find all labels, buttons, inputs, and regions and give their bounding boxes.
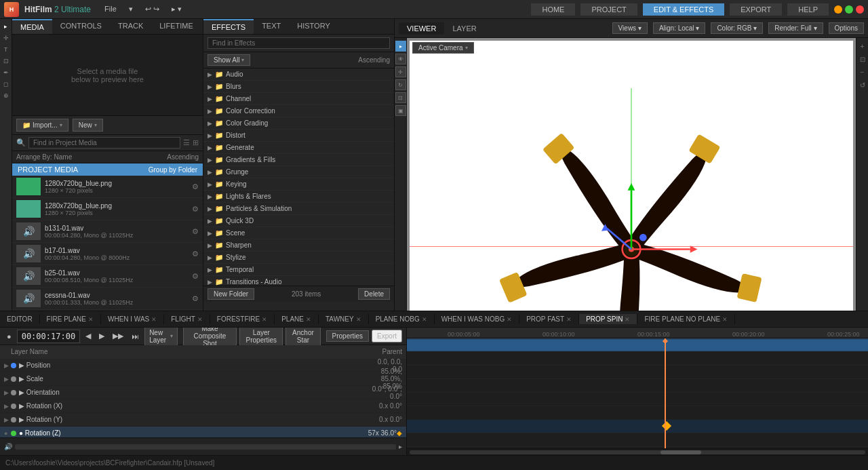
timeline-tab-tawney[interactable]: TAWNEY ✕	[319, 314, 369, 324]
sort-label[interactable]: Ascending	[167, 153, 199, 161]
view-toggle-2[interactable]: ⊞	[193, 138, 199, 147]
options-control[interactable]: Options	[829, 22, 864, 34]
viewer-tool-mask[interactable]: ▣	[395, 105, 406, 116]
effect-category-scene[interactable]: ▶ 📁 Scene	[203, 227, 394, 239]
effect-category-grunge[interactable]: ▶ 📁 Grunge	[203, 166, 394, 178]
effect-category-temporal[interactable]: ▶ 📁 Temporal	[203, 264, 394, 276]
effect-category-stylize[interactable]: ▶ 📁 Stylize	[203, 252, 394, 264]
nav-edit-effects[interactable]: EDIT & EFFECTS	[643, 3, 724, 16]
viewer-tool-pointer[interactable]: ▸	[395, 41, 406, 52]
list-item[interactable]: 🔊 b25-01.wav 00:00:08.510, Mono @ 11025H…	[12, 265, 203, 288]
media-item-gear-5[interactable]: ⚙	[192, 294, 199, 303]
timeline-tab-prop-fast[interactable]: PROP FAST ✕	[519, 314, 579, 324]
views-control[interactable]: Views ▾	[612, 22, 648, 34]
media-item-gear-0[interactable]: ⚙	[192, 182, 199, 191]
zoom-tool[interactable]: ⊕	[1, 91, 12, 100]
nav-project[interactable]: PROJECT	[580, 3, 637, 16]
layer-row-rotation-y[interactable]: ▶ ▶ Rotation (Y) 0.x 0.0°	[0, 413, 406, 427]
list-item[interactable]: 🔊 b17-01.wav 00:00:04.280, Mono @ 8000Hz…	[12, 243, 203, 265]
effect-category-distort[interactable]: ▶ 📁 Distort	[203, 130, 394, 142]
layer-row-rotation-x[interactable]: ▶ ▶ Rotation (X) 0.x 0.0°	[0, 399, 406, 413]
effect-category-lights[interactable]: ▶ 📁 Lights & Flares	[203, 191, 394, 203]
timeline-tab-prop-spin[interactable]: PROP SPIN ✕	[579, 314, 637, 324]
layer-properties-btn[interactable]: Layer Properties	[239, 328, 283, 346]
nav-home[interactable]: HOME	[531, 3, 575, 16]
nav-help[interactable]: HELP	[787, 3, 829, 16]
tab-history[interactable]: HISTORY	[289, 19, 338, 34]
media-item-gear-1[interactable]: ⚙	[192, 205, 199, 214]
menu-file[interactable]: File	[99, 3, 122, 15]
select-tool[interactable]: ▸	[1, 22, 12, 31]
audio-expand[interactable]: ▸	[399, 443, 402, 450]
timeline-hscroll[interactable]	[407, 448, 868, 455]
color-control[interactable]: Color: RGB ▾	[711, 22, 763, 34]
align-control[interactable]: Align: Local ▾	[653, 22, 705, 34]
zoom-out-btn[interactable]: −	[861, 66, 865, 77]
effect-category-channel[interactable]: ▶ 📁 Channel	[203, 93, 394, 105]
effect-category-trans-audio[interactable]: ▶ 📁 Transitions - Audio	[203, 276, 394, 286]
layer-row-rotation-z[interactable]: ● ● Rotation (Z) 57x 36.0° ◆	[0, 427, 406, 437]
reset-view-btn[interactable]: ↺	[860, 79, 865, 90]
new-folder-effects-button[interactable]: New Folder	[208, 288, 254, 300]
tl-end-btn[interactable]: ⏭	[129, 331, 142, 342]
zoom-fit-btn[interactable]: ⊡	[860, 54, 865, 64]
audio-toggle[interactable]: 🔊	[4, 443, 12, 450]
effect-category-gradients[interactable]: ▶ 📁 Gradients & Fills	[203, 154, 394, 166]
text-tool[interactable]: T	[1, 45, 12, 54]
move-tool[interactable]: ✛	[1, 33, 12, 43]
tab-viewer[interactable]: VIEWER	[399, 22, 444, 35]
tab-controls[interactable]: CONTROLS	[52, 19, 110, 34]
list-item[interactable]: 🔊 cessna-01.wav 00:00:01.333, Mono @ 110…	[12, 288, 203, 310]
timeline-tab-fire-plane[interactable]: FIRE PLANE ✕	[40, 314, 101, 324]
list-item[interactable]: 1280x720bg_blue.png 1280 × 720 pixels ⚙	[12, 198, 203, 220]
crop-tool[interactable]: ⊡	[1, 56, 12, 66]
viewer-tool-camera[interactable]: 👁	[395, 54, 406, 64]
timeline-tab-plane[interactable]: PLANE ✕	[275, 314, 319, 324]
layer-row-position[interactable]: ▶ ▶ Position 0.0, 0.0, 0.0	[0, 359, 406, 372]
effect-category-keying[interactable]: ▶ 📁 Keying	[203, 178, 394, 191]
effects-sort-label[interactable]: Ascending	[358, 56, 390, 64]
layer-row-scale[interactable]: ▶ ▶ Scale 85.0%, 85.0%, 85.0%	[0, 372, 406, 386]
new-layer-dropdown[interactable]: New Layer ▾	[144, 328, 177, 346]
media-item-gear-4[interactable]: ⚙	[192, 272, 199, 281]
nav-export[interactable]: EXPORT	[730, 3, 782, 16]
toolbar-extra[interactable]: ▸ ▾	[166, 3, 187, 15]
effect-category-particles[interactable]: ▶ 📁 Particles & Simulation	[203, 203, 394, 215]
tab-text[interactable]: TEXT	[254, 19, 289, 34]
media-item-gear-3[interactable]: ⚙	[192, 250, 199, 258]
window-minimize[interactable]	[834, 5, 842, 14]
render-control[interactable]: Render: Full ▾	[768, 22, 823, 34]
effect-category-color-grading[interactable]: ▶ 📁 Color Grading	[203, 117, 394, 130]
show-all-button[interactable]: Show All ▾	[208, 54, 250, 66]
timeline-tab-when-i-was[interactable]: WHEN I WAS ✕	[101, 314, 164, 324]
media-search-input[interactable]	[28, 137, 180, 149]
media-item-gear-2[interactable]: ⚙	[192, 227, 199, 236]
effect-category-blurs[interactable]: ▶ 📁 Blurs	[203, 81, 394, 93]
viewer-tool-move[interactable]: ✛	[395, 66, 406, 77]
window-maximize[interactable]	[845, 5, 853, 14]
mask-tool[interactable]: ◻	[1, 79, 12, 89]
timeline-tab-fire-plane-no[interactable]: FIRE PLANE NO PLANE ✕	[637, 314, 735, 324]
tab-effects[interactable]: EFFECTS	[203, 19, 254, 34]
timeline-tab-forestfire[interactable]: FORESTFIRE ✕	[210, 314, 275, 324]
scroll-thumb[interactable]	[660, 450, 701, 454]
menu-edit[interactable]: ▾	[123, 3, 138, 15]
effect-category-quick3d[interactable]: ▶ 📁 Quick 3D	[203, 215, 394, 227]
new-media-button[interactable]: New ▾	[73, 119, 103, 132]
timeline-tab-flight[interactable]: FLIGHT ✕	[164, 314, 210, 324]
tab-layer[interactable]: LAYER	[444, 22, 484, 35]
timeline-tab-when-nobg[interactable]: WHEN I WAS NOBG ✕	[435, 314, 520, 324]
anchor-star-btn[interactable]: Anchor Star	[285, 328, 320, 346]
effects-search-input[interactable]	[208, 37, 390, 49]
zoom-in-btn[interactable]: +	[861, 41, 865, 52]
viewer-tool-scale[interactable]: ⊡	[395, 92, 406, 103]
tl-toggle-vis[interactable]: ●	[4, 331, 14, 342]
properties-panel-btn[interactable]: Properties	[326, 330, 370, 342]
effect-category-audio[interactable]: ▶ 📁 Audio	[203, 68, 394, 81]
list-item[interactable]: 1280x720bg_blue.png 1280 × 720 pixels ⚙	[12, 176, 203, 198]
effect-category-sharpen[interactable]: ▶ 📁 Sharpen	[203, 239, 394, 252]
toolbar-undo[interactable]: ↩ ↪	[140, 3, 165, 15]
timeline-tab-editor[interactable]: EDITOR	[0, 314, 40, 324]
export-panel-btn[interactable]: Export	[372, 330, 402, 342]
delete-effect-button[interactable]: Delete	[358, 288, 390, 300]
